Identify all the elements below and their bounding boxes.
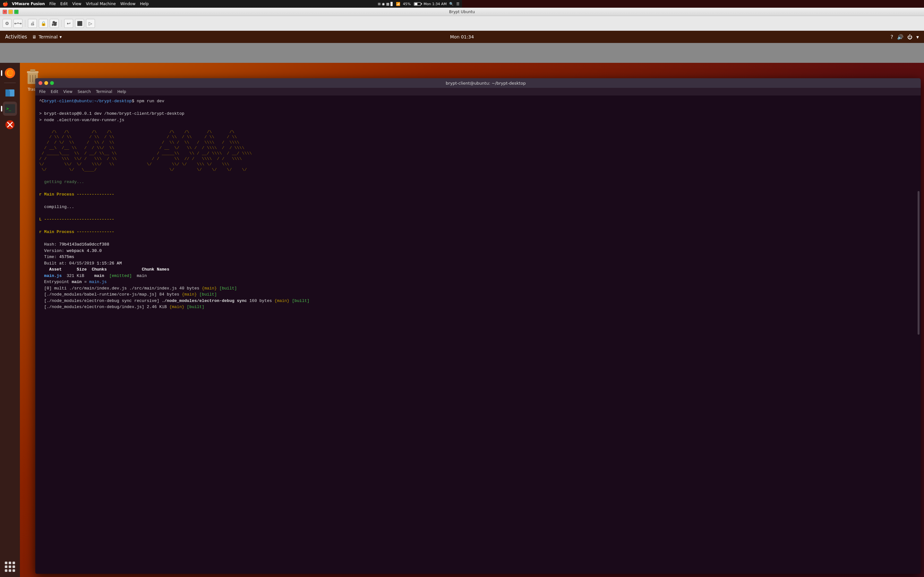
spotlight-icon[interactable]: 🔍	[449, 2, 454, 6]
terminal-dropdown-icon: ▾	[60, 34, 62, 39]
menu-window[interactable]: Window	[120, 2, 136, 6]
terminal-getting-ready: getting ready...	[39, 179, 462, 185]
terminal-line-blank7	[39, 223, 462, 229]
terminal-title: brypt-client@ubuntu: ~/brypt-desktop	[54, 81, 462, 85]
terminal-min-btn[interactable]	[44, 81, 48, 85]
dock-icon-files[interactable]	[3, 85, 17, 100]
menubar-icons: ⊞ ◉ ▦ ▊	[378, 2, 393, 6]
traffic-lights	[39, 81, 54, 85]
terminal-line-blank2	[39, 123, 462, 129]
clock: Mon 1:34 AM	[423, 2, 447, 6]
desktop-background: Trash brypt-client@ubuntu: ~/brypt-deskt…	[20, 63, 462, 288]
gnome-topbar: Activities 🖥 Terminal ▾ Mon 01:34 ? 🔊 ⏻ …	[0, 31, 462, 43]
terminal-menu-view[interactable]: View	[63, 89, 72, 94]
terminal-version: Version: webpack 4.30.0	[39, 248, 462, 254]
vmware-titlebar: ✕ — + Brypt Ubuntu	[0, 8, 462, 16]
vmware-window-buttons: ✕ — +	[3, 10, 19, 14]
terminal-line-prompt: ^Cbrypt-client@ubuntu:~/brypt-desktop$ n…	[39, 98, 462, 105]
menubar-right: ⊞ ◉ ▦ ▊ 📶 45% Mon 1:34 AM 🔍 ☰	[378, 2, 459, 6]
terminal-body[interactable]: ^Cbrypt-client@ubuntu:~/brypt-desktop$ n…	[35, 95, 462, 288]
menu-file[interactable]: File	[49, 2, 56, 6]
toolbar-stop-btn[interactable]: ⬛	[75, 19, 84, 28]
vmware-close-btn[interactable]: ✕	[3, 10, 7, 14]
terminal-hash: Hash: 79b4143ad16a0dccf388	[39, 242, 462, 248]
menu-virtualmachine[interactable]: Virtual Machine	[86, 2, 116, 6]
terminal-titlebar: brypt-client@ubuntu: ~/brypt-desktop	[35, 78, 462, 88]
version-value: webpack 4.30.0	[67, 248, 102, 253]
terminal-entrypoint: Entrypoint main = main.js	[39, 279, 462, 285]
apple-logo-icon[interactable]: 🍎	[3, 1, 8, 6]
terminal-menubar: File Edit View Search Terminal Help	[35, 88, 462, 95]
svg-rect-12	[30, 69, 35, 72]
terminal-line-blank8	[39, 235, 462, 242]
prompt-user: brypt-client@ubuntu:~/brypt-desktop	[44, 99, 132, 103]
toolbar-print-btn[interactable]: 🖨	[28, 19, 37, 28]
toolbar-video-btn[interactable]: 🎥	[50, 19, 59, 28]
vmware-title: Brypt Ubuntu	[21, 10, 462, 14]
terminal-divider: L ----------------------------	[39, 216, 462, 223]
terminal-icon-svg: >_	[4, 103, 16, 114]
terminal-line-blank4	[39, 185, 462, 192]
ubuntu-dock: >_	[0, 63, 20, 288]
terminal-window: brypt-client@ubuntu: ~/brypt-desktop Fil…	[35, 78, 462, 288]
firefox-icon	[4, 67, 16, 79]
vmware-vm-content: Activities 🖥 Terminal ▾ Mon 01:34 ? 🔊 ⏻ …	[0, 31, 462, 288]
time-value: 4575ms	[59, 255, 74, 259]
gnome-terminal-appindicator[interactable]: 🖥 Terminal ▾	[32, 34, 61, 39]
terminal-icon: 🖥	[32, 34, 37, 39]
svg-rect-4	[5, 89, 9, 91]
vmware-toolbar: ⚙ ↩↪ 🖨 🔒 🎥 ↩ ⬛ ▷	[0, 16, 462, 31]
battery-icon	[414, 2, 421, 6]
gnome-clock: Mon 01:34	[450, 34, 462, 39]
terminal-close-btn[interactable]	[39, 81, 42, 85]
svg-text:>_: >_	[6, 106, 11, 111]
menu-help[interactable]: Help	[140, 2, 149, 6]
vmware-window: ✕ — + Brypt Ubuntu ⚙ ↩↪ 🖨 🔒 🎥 ↩ ⬛ ▷ Acti…	[0, 8, 462, 288]
terminal-menu-help[interactable]: Help	[118, 89, 126, 94]
terminal-compiling: compiling...	[39, 204, 462, 210]
terminal-line-blank1	[39, 105, 462, 111]
toolbar-play-btn[interactable]: ▷	[86, 19, 95, 28]
menu-edit[interactable]: Edit	[60, 2, 68, 6]
terminal-multi: [0] multi ./src/main/index.dev.js ./src/…	[39, 285, 462, 288]
gnome-activities-btn[interactable]: Activities	[5, 34, 27, 40]
terminal-line-blank6	[39, 210, 462, 217]
terminal-line-blank5	[39, 198, 462, 204]
terminal-max-btn[interactable]	[50, 81, 54, 85]
files-icon	[4, 87, 16, 98]
svg-rect-3	[5, 91, 10, 97]
macos-menubar: 🍎 VMware Fusion File Edit View Virtual M…	[0, 0, 462, 8]
dock-sep	[4, 83, 16, 83]
terminal-menu-terminal[interactable]: Terminal	[96, 89, 112, 94]
notification-icon[interactable]: ☰	[456, 2, 459, 6]
dock-icon-firefox[interactable]	[3, 66, 17, 80]
toolbar-settings-btn[interactable]: ⚙	[3, 19, 11, 28]
toolbar-sep2	[61, 20, 61, 27]
terminal-menu-file[interactable]: File	[39, 89, 45, 94]
terminal-builtat: Built at: 04/15/2019 1:15:26 AM	[39, 260, 462, 267]
wifi-icon: 📶	[396, 2, 401, 6]
terminal-section2: r Main Process ---------------	[39, 229, 462, 235]
menu-vmwarefusion[interactable]: VMware Fusion	[12, 2, 45, 6]
terminal-line-blank3	[39, 173, 462, 179]
terminal-ascii-art: /\ /\ /\ /\ /\ /\ /\ /\ / \\ / \\ / \\ /…	[39, 129, 462, 173]
menu-view[interactable]: View	[72, 2, 81, 6]
prompt-cmd: npm run dev	[134, 99, 164, 103]
toolbar-undo-btn[interactable]: ↩↪	[13, 19, 23, 28]
terminal-menu-edit[interactable]: Edit	[51, 89, 58, 94]
terminal-line-pkg1: > brypt-desktop@0.0.1 dev /home/brypt-cl…	[39, 111, 462, 117]
terminal-line-pkg2: > node .electron-vue/dev-runner.js	[39, 117, 462, 123]
dock-icon-app[interactable]	[3, 118, 17, 132]
vmware-min-btn[interactable]: —	[8, 10, 13, 14]
terminal-time: Time: 4575ms	[39, 254, 462, 260]
terminal-section1: r Main Process ---------------	[39, 191, 462, 198]
toolbar-back-btn[interactable]: ↩	[64, 19, 73, 28]
terminal-label-text: Terminal	[39, 34, 57, 39]
macos-menu-items: VMware Fusion File Edit View Virtual Mac…	[12, 2, 378, 6]
terminal-menu-search[interactable]: Search	[78, 89, 91, 94]
terminal-asset-header: Asset Size Chunks Chunk Names	[39, 266, 462, 273]
vmware-max-btn[interactable]: +	[14, 10, 19, 14]
toolbar-lock-btn[interactable]: 🔒	[39, 19, 48, 28]
builtat-time: 1:15:26 AM	[97, 261, 121, 266]
dock-icon-terminal[interactable]: >_	[3, 102, 17, 116]
